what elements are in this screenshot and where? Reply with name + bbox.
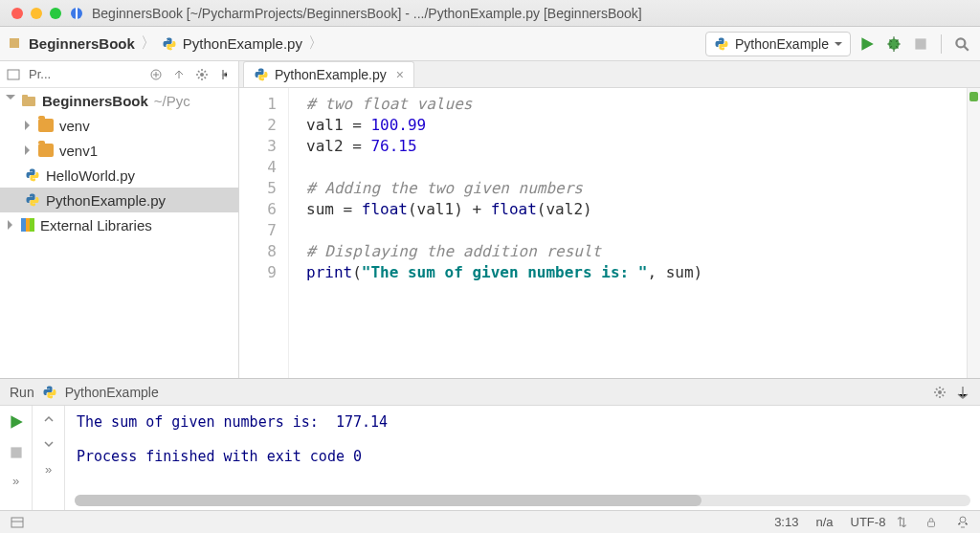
hide-icon[interactable] [217,67,233,82]
tree-root-name: BeginnersBook [42,93,148,109]
console-output[interactable]: The sum of given numbers is: 177.14 Proc… [65,406,980,510]
tree-root[interactable]: BeginnersBook ~/Pyc [0,88,238,113]
tree-item-label: venv [59,118,90,134]
editor-scrollbar[interactable] [967,88,980,378]
tree-item[interactable]: HelloWorld.py [0,163,238,188]
tree-item-label: PythonExample.py [46,192,166,209]
separator [941,34,942,54]
run-config-label: PythonExample [735,36,829,52]
zoom-window-button[interactable] [50,8,61,19]
breadcrumb[interactable]: BeginnersBook 〉 PythonExample.py 〉 [8,33,323,54]
project-tool-window: Pr... BeginnersBook ~/Pyc venvvenv1Hello… [0,61,239,378]
console-line: The sum of given numbers is: 177.14 [77,413,976,431]
project-tool-title[interactable]: Pr... [29,67,51,81]
tree-external-label: External Libraries [40,217,152,233]
disclosure-open-icon[interactable] [6,95,15,104]
disclosure-closed-icon[interactable] [8,220,17,230]
svg-rect-2 [10,38,19,48]
insert-mode[interactable]: n/a [815,515,833,529]
disclosure-closed-icon[interactable] [25,145,34,155]
console-line: Process finished with exit code 0 [77,448,976,465]
folder-icon [38,119,54,132]
run-button[interactable] [857,33,878,55]
minimize-window-button[interactable] [31,8,42,19]
file-encoding[interactable]: UTF-8 ⇅ [851,515,907,529]
breadcrumb-file[interactable]: PythonExample.py [183,35,302,52]
python-file-icon [25,167,40,183]
run-tool-header[interactable]: Run PythonExample [0,379,980,406]
tree-item-label: HelloWorld.py [46,167,135,184]
console-horizontal-scrollbar[interactable] [75,495,970,506]
tree-external-libraries[interactable]: External Libraries [0,212,238,237]
more-actions-button[interactable]: » [9,473,24,488]
rerun-button[interactable] [6,411,27,433]
close-tab-button[interactable]: × [396,67,404,82]
disclosure-closed-icon[interactable] [25,121,34,130]
tree-root-path: ~/Pyc [154,93,190,109]
more-actions-button[interactable]: » [41,461,56,477]
cursor-position[interactable]: 3:13 [774,515,798,529]
stop-button[interactable] [910,33,931,55]
inspection-ok-marker [969,92,978,101]
chevron-right-icon: 〉 [141,33,156,54]
tool-window-quick-access-icon[interactable] [10,515,25,530]
tree-item-label: venv1 [59,143,98,159]
scroll-to-source-icon[interactable] [171,67,187,82]
mac-traffic-lights [11,8,61,19]
editor-code[interactable]: # two float valuesval1 = 100.99val2 = 76… [289,88,967,378]
chevron-right-icon: 〉 [308,33,323,54]
ide-notifications-icon[interactable] [955,515,970,530]
up-icon[interactable] [41,411,56,427]
debug-button[interactable] [883,33,904,55]
editor-tab[interactable]: PythonExample.py × [243,61,414,87]
window-titlebar: BeginnersBook [~/PycharmProjects/Beginne… [0,0,980,27]
svg-rect-4 [915,38,925,49]
breadcrumb-project[interactable]: BeginnersBook [29,35,135,52]
search-button[interactable] [951,33,972,55]
run-gutter-left: » [0,406,33,510]
project-tree[interactable]: BeginnersBook ~/Pyc venvvenv1HelloWorld.… [0,88,238,378]
console-line [77,431,976,448]
close-window-button[interactable] [11,8,23,19]
tree-item[interactable]: PythonExample.py [0,188,238,212]
run-config-dropdown[interactable]: PythonExample [705,32,851,56]
python-file-icon [25,192,40,208]
svg-rect-10 [22,95,28,98]
toolbar: BeginnersBook 〉 PythonExample.py 〉 Pytho… [0,27,980,61]
tree-item[interactable]: venv1 [0,138,238,163]
svg-point-8 [200,73,204,77]
svg-rect-1 [76,8,78,19]
svg-point-11 [938,390,942,394]
stop-run-button[interactable] [6,442,27,463]
svg-point-5 [956,38,965,47]
read-only-toggle[interactable] [924,516,938,529]
editor-tab-bar: PythonExample.py × [239,61,980,88]
svg-rect-14 [928,522,935,526]
svg-rect-12 [11,447,21,457]
run-gutter-right: » [33,406,65,510]
project-view-icon[interactable] [6,67,21,82]
editor-tab-label: PythonExample.py [275,67,387,82]
gear-icon[interactable] [932,385,947,400]
collapse-all-icon[interactable] [148,67,164,82]
down-icon[interactable] [41,436,56,452]
editor[interactable]: 123456789 # two float valuesval1 = 100.9… [239,88,980,378]
tree-item[interactable]: venv [0,113,238,138]
svg-rect-13 [11,518,23,527]
svg-rect-9 [22,97,35,106]
libraries-icon [21,218,34,232]
status-bar: 3:13 n/a UTF-8 ⇅ [0,510,980,533]
editor-gutter[interactable]: 123456789 [239,88,289,378]
app-icon [69,6,84,21]
run-tool-window: Run PythonExample » » The sum of given n… [0,378,980,510]
hide-run-panel-icon[interactable] [955,385,970,400]
svg-rect-6 [8,70,19,79]
gear-icon[interactable] [194,67,210,82]
window-title: BeginnersBook [~/PycharmProjects/Beginne… [92,6,642,21]
folder-icon [38,144,54,157]
svg-point-15 [960,517,966,522]
run-tool-title: Run [10,385,34,400]
editor-area: PythonExample.py × 123456789 # two float… [239,61,980,378]
project-tool-header: Pr... [0,61,238,88]
run-tool-config: PythonExample [65,385,159,400]
